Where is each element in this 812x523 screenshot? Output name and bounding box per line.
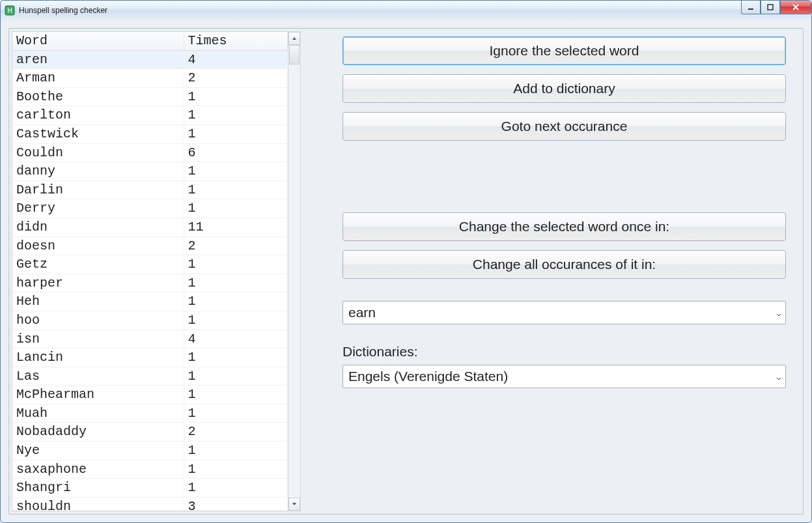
maximize-button[interactable]: [761, 1, 780, 14]
cell-times: 6: [184, 143, 288, 162]
table-row[interactable]: shouldn3: [12, 497, 288, 511]
chevron-down-icon: [776, 369, 781, 384]
scroll-up-button[interactable]: [288, 32, 300, 45]
table-row[interactable]: Shangri1: [12, 479, 288, 498]
column-header-word[interactable]: Word: [12, 32, 184, 50]
table-row[interactable]: Castwick1: [12, 124, 288, 143]
table-row[interactable]: carlton1: [12, 106, 288, 125]
table-row[interactable]: Couldn6: [12, 143, 288, 162]
table-row[interactable]: hoo1: [12, 311, 288, 330]
change-all-button[interactable]: Change all occurances of it in:: [343, 250, 786, 279]
content-panel: Word Times aren4Arman2Boothe1carlton1Cas…: [8, 28, 804, 515]
cell-word: Nobadaddy: [12, 423, 184, 442]
cell-times: 1: [184, 386, 288, 404]
app-window: H Hunspell spelling checker Word Times: [0, 0, 812, 523]
chevron-down-icon: [776, 305, 781, 320]
vertical-scrollbar[interactable]: [288, 31, 301, 511]
cell-word: Castwick: [12, 124, 184, 143]
cell-times: 2: [184, 69, 288, 88]
table-row[interactable]: Heh1: [12, 292, 288, 311]
table-row[interactable]: harper1: [12, 274, 288, 292]
cell-word: Shangri: [12, 479, 184, 498]
cell-times: 1: [184, 124, 288, 143]
table-row[interactable]: saxaphone1: [12, 460, 288, 479]
spacer: [343, 150, 786, 212]
cell-word: hoo: [12, 311, 184, 330]
suggestion-combo[interactable]: earn: [343, 301, 786, 324]
table-row[interactable]: Derry1: [12, 199, 288, 218]
table-row[interactable]: Darlin1: [12, 180, 288, 199]
table-row[interactable]: danny1: [12, 162, 288, 181]
cell-times: 4: [184, 50, 288, 69]
cell-times: 2: [184, 423, 288, 442]
close-button[interactable]: [780, 1, 811, 14]
cell-times: 1: [184, 348, 288, 367]
cell-times: 4: [184, 330, 288, 348]
cell-times: 1: [184, 255, 288, 274]
cell-times: 1: [184, 442, 288, 460]
cell-word: Lancin: [12, 348, 184, 367]
word-table-container: Word Times aren4Arman2Boothe1carlton1Cas…: [12, 31, 288, 511]
table-row[interactable]: Boothe1: [12, 87, 288, 106]
add-to-dictionary-button[interactable]: Add to dictionary: [343, 74, 786, 103]
dictionaries-label: Dictionaries:: [343, 344, 786, 360]
cell-word: Darlin: [12, 180, 184, 199]
cell-times: 1: [184, 479, 288, 498]
cell-times: 1: [184, 162, 288, 181]
table-row[interactable]: Lancin1: [12, 348, 288, 367]
cell-word: doesn: [12, 236, 184, 255]
table-row[interactable]: doesn2: [12, 236, 288, 255]
word-table[interactable]: Word Times aren4Arman2Boothe1carlton1Cas…: [12, 32, 288, 511]
word-list-pane: Word Times aren4Arman2Boothe1carlton1Cas…: [9, 29, 303, 514]
table-row[interactable]: aren4: [12, 50, 288, 69]
svg-text:H: H: [7, 7, 12, 14]
cell-word: McPhearman: [12, 386, 184, 404]
cell-word: saxaphone: [12, 460, 184, 479]
dictionaries-combo[interactable]: Engels (Verenigde Staten): [343, 365, 786, 388]
cell-times: 1: [184, 404, 288, 423]
cell-word: harper: [12, 274, 184, 292]
cell-times: 1: [184, 106, 288, 125]
ignore-button[interactable]: Ignore the selected word: [343, 36, 786, 65]
cell-word: Couldn: [12, 143, 184, 162]
cell-times: 1: [184, 199, 288, 218]
cell-times: 3: [184, 497, 288, 511]
cell-word: Boothe: [12, 87, 184, 106]
table-row[interactable]: McPhearman1: [12, 386, 288, 404]
table-row[interactable]: Las1: [12, 367, 288, 386]
cell-times: 1: [184, 180, 288, 199]
suggestion-value: earn: [348, 305, 376, 320]
titlebar[interactable]: H Hunspell spelling checker: [1, 1, 811, 21]
scroll-down-button[interactable]: [288, 498, 300, 511]
cell-times: 1: [184, 367, 288, 386]
table-row[interactable]: didn11: [12, 218, 288, 236]
table-row[interactable]: Arman2: [12, 69, 288, 88]
client-area: Word Times aren4Arman2Boothe1carlton1Cas…: [1, 20, 811, 522]
cell-times: 2: [184, 236, 288, 255]
cell-times: 1: [184, 274, 288, 292]
change-once-button[interactable]: Change the selected word once in:: [343, 212, 786, 241]
cell-word: Arman: [12, 69, 184, 88]
actions-pane: Ignore the selected word Add to dictiona…: [303, 29, 803, 514]
svg-rect-3: [768, 5, 773, 10]
scroll-thumb[interactable]: [289, 45, 300, 64]
table-row[interactable]: Nye1: [12, 442, 288, 460]
cell-times: 1: [184, 292, 288, 311]
table-row[interactable]: Getz1: [12, 255, 288, 274]
window-title: Hunspell spelling checker: [19, 6, 107, 15]
table-row[interactable]: Nobadaddy2: [12, 423, 288, 442]
table-row[interactable]: isn4: [12, 330, 288, 348]
cell-word: Derry: [12, 199, 184, 218]
minimize-button[interactable]: [741, 1, 761, 14]
svg-rect-2: [748, 8, 753, 10]
cell-word: didn: [12, 218, 184, 236]
cell-times: 1: [184, 460, 288, 479]
cell-word: Heh: [12, 292, 184, 311]
column-header-times[interactable]: Times: [184, 32, 288, 50]
cell-word: Muah: [12, 404, 184, 423]
goto-next-button[interactable]: Goto next occurance: [343, 112, 786, 141]
cell-word: danny: [12, 162, 184, 181]
table-row[interactable]: Muah1: [12, 404, 288, 423]
cell-word: Nye: [12, 442, 184, 460]
cell-word: Las: [12, 367, 184, 386]
